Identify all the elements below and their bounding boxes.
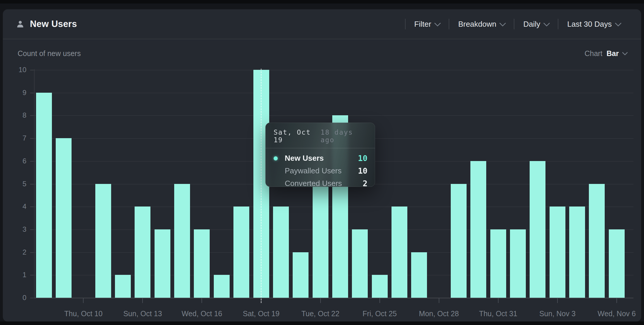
y-axis-label: 9 <box>3 88 26 97</box>
y-axis-tick <box>30 252 34 253</box>
hover-indicator-line <box>261 69 262 303</box>
y-axis-tick <box>30 93 34 93</box>
bar-wed-oct-9[interactable] <box>56 138 72 298</box>
bar-tue-oct-8[interactable] <box>36 93 52 298</box>
bar-thu-oct-17[interactable] <box>214 275 230 298</box>
x-axis-tick <box>142 298 143 303</box>
tooltip-relative-time: 18 days ago <box>321 128 367 144</box>
bar-thu-oct-31[interactable] <box>490 229 506 298</box>
chart-tooltip: Sat, Oct 19 18 days ago New Users 10 Pay… <box>265 123 375 187</box>
x-axis-tick <box>379 298 380 303</box>
widget-header: New Users Filter Breakdown Daily Last 30… <box>3 9 641 39</box>
bar-tue-oct-15[interactable] <box>174 184 190 298</box>
x-axis-tick <box>616 298 617 303</box>
chart-toolbar: Count of new users Chart Bar <box>3 39 641 67</box>
chevron-down-icon <box>622 50 628 55</box>
x-axis-tick <box>83 298 84 303</box>
x-axis-tick <box>320 298 321 303</box>
y-axis-tick <box>30 184 34 184</box>
x-axis-tick <box>498 298 499 303</box>
y-axis-tick <box>30 138 34 139</box>
bar-tue-oct-22[interactable] <box>313 184 328 298</box>
y-axis-tick <box>30 70 34 70</box>
bar-tue-oct-29[interactable] <box>451 184 467 298</box>
bar-wed-oct-30[interactable] <box>470 161 486 298</box>
bar-thu-oct-24[interactable] <box>352 229 368 298</box>
bar-wed-oct-16[interactable] <box>194 229 210 298</box>
y-axis-label: 8 <box>3 111 26 120</box>
tooltip-row-paywalled-users: Paywalled Users 10 <box>274 165 367 177</box>
bar-sun-oct-20[interactable] <box>273 206 289 298</box>
chart-type-value: Bar <box>606 49 619 58</box>
y-axis-tick <box>30 206 34 207</box>
x-axis-line <box>34 298 633 298</box>
y-axis-label: 1 <box>3 270 26 279</box>
x-axis-tick <box>201 298 202 303</box>
breakdown-label: Breakdown <box>458 20 496 29</box>
tooltip-row-value: 10 <box>358 154 367 163</box>
chevron-down-icon <box>543 20 550 27</box>
x-axis-tick <box>557 298 558 303</box>
series-dot-icon <box>274 156 278 160</box>
widget-title: New Users <box>30 19 77 29</box>
chart-type-selector[interactable]: Chart Bar <box>584 49 627 58</box>
filter-label: Filter <box>414 20 431 29</box>
y-axis-tick <box>30 161 34 162</box>
filter-dropdown[interactable]: Filter <box>407 20 447 29</box>
tooltip-row-converted-users: Converted Users 2 <box>274 177 367 190</box>
chevron-down-icon <box>434 20 441 27</box>
bar-sat-oct-26[interactable] <box>392 206 407 298</box>
bar-fri-oct-25[interactable] <box>372 275 388 298</box>
window-bottom-edge <box>0 321 644 325</box>
bar-sun-nov-3[interactable] <box>550 206 565 298</box>
person-icon <box>16 20 25 28</box>
bar-sun-oct-13[interactable] <box>135 206 150 298</box>
control-divider <box>514 19 514 29</box>
y-axis-tick <box>30 275 34 275</box>
x-axis-label: Wed, Nov 6 <box>582 309 644 318</box>
control-divider <box>558 19 558 29</box>
metric-label: Count of new users <box>18 49 81 58</box>
chart-type-caption: Chart <box>584 49 602 58</box>
new-users-widget: 012345678910Thu, Oct 10Sun, Oct 13Wed, O… <box>3 9 641 321</box>
control-divider <box>405 19 406 29</box>
chevron-down-icon <box>615 20 622 27</box>
bar-mon-oct-21[interactable] <box>293 252 309 298</box>
gridline-y10 <box>34 70 633 70</box>
date-range-dropdown[interactable]: Last 30 Days <box>560 20 628 29</box>
gridline-y9 <box>34 93 633 93</box>
breakdown-dropdown[interactable]: Breakdown <box>451 20 512 29</box>
y-axis-label: 6 <box>3 157 26 165</box>
bar-mon-oct-14[interactable] <box>155 229 170 298</box>
bar-sun-oct-27[interactable] <box>411 252 427 298</box>
bar-fri-oct-11[interactable] <box>95 184 111 298</box>
granularity-dropdown[interactable]: Daily <box>516 20 556 29</box>
bar-tue-nov-5[interactable] <box>589 184 605 298</box>
y-axis-label: 5 <box>3 180 26 188</box>
tooltip-body: New Users 10 Paywalled Users 10 Converte… <box>265 148 375 190</box>
tooltip-row-new-users: New Users 10 <box>274 152 367 165</box>
bar-fri-nov-1[interactable] <box>510 229 526 298</box>
y-axis-label: 2 <box>3 248 26 257</box>
tooltip-row-label: New Users <box>285 154 358 163</box>
tooltip-date: Sat, Oct 19 <box>274 128 321 144</box>
control-divider <box>449 19 449 29</box>
bar-wed-nov-6[interactable] <box>609 229 625 298</box>
date-range-label: Last 30 Days <box>567 20 612 29</box>
tooltip-header: Sat, Oct 19 18 days ago <box>265 123 375 148</box>
window-top-edge <box>0 0 644 4</box>
y-axis-line <box>34 69 35 298</box>
y-axis-label: 3 <box>3 225 26 234</box>
header-controls: Filter Breakdown Daily Last 30 Days <box>403 19 628 29</box>
bar-mon-nov-4[interactable] <box>569 206 585 298</box>
bar-sat-oct-12[interactable] <box>115 275 131 298</box>
tooltip-row-label: Converted Users <box>285 179 363 188</box>
y-axis-label: 0 <box>3 293 26 302</box>
y-axis-tick <box>30 115 34 116</box>
tooltip-row-value: 2 <box>363 179 367 188</box>
y-axis-tick <box>30 298 34 298</box>
y-axis-label: 4 <box>3 202 26 211</box>
bar-fri-oct-18[interactable] <box>233 206 249 298</box>
chevron-down-icon <box>499 20 506 27</box>
bar-sat-nov-2[interactable] <box>530 161 545 298</box>
